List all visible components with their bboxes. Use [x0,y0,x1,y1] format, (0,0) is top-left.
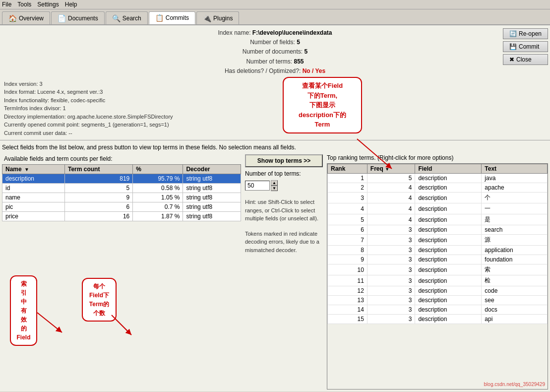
terms-table-row[interactable]: 13 3 description see [328,296,548,305]
menu-settings[interactable]: Settings [37,1,59,8]
panels: Available fields and term counts per fie… [0,152,550,392]
term-freq: 3 [367,286,415,296]
term-field: description [415,235,482,246]
terms-col-field[interactable]: Field [415,164,482,174]
col-term-count[interactable]: Term count [64,165,132,174]
tab-plugins-label: Plugins [213,15,233,22]
tab-documents[interactable]: 📄 Documents [51,11,105,24]
spinner-input[interactable] [245,181,270,191]
term-field: description [415,193,482,203]
col-name[interactable]: Name ▼ [2,165,65,174]
term-field: description [415,225,482,235]
field-term-count: 16 [64,212,132,221]
terms-table-row[interactable]: 2 4 description apache [328,183,548,193]
term-text: docs [482,305,548,315]
menu-help[interactable]: Help [65,1,77,8]
term-field: description [415,305,482,315]
svg-line-2 [112,315,131,335]
terms-table-row[interactable]: 8 3 description application [328,246,548,255]
terms-table-row[interactable]: 4 4 description 一 [328,203,548,214]
term-freq: 3 [367,315,415,324]
close-button[interactable]: ✖ Close [503,54,548,65]
field-name: name [2,193,65,202]
fields-table-row[interactable]: name 9 1.05 % string utf8 [2,193,241,202]
terms-table-row[interactable]: 15 3 description api [328,315,548,324]
terms-table-row[interactable]: 14 3 description docs [328,305,548,315]
field-term-count: 6 [64,202,132,212]
watermark: blog.csdn.net/qq_35029429 [484,382,545,387]
term-field: description [415,203,482,214]
term-rank: 3 [328,193,367,203]
left-panel: Available fields and term counts per fie… [0,152,243,392]
term-rank: 11 [328,275,367,286]
field-decoder: string utf8 [183,184,241,193]
field-decoder: string utf8 [183,174,241,184]
field-percent: 0.58 % [133,184,183,193]
commit-user-row: Current commit user data: -- [4,129,546,137]
term-freq: 3 [367,296,415,305]
show-top-terms-button[interactable]: Show top terms >> [245,154,323,167]
term-rank: 12 [328,286,367,296]
terms-table-row[interactable]: 3 4 description 个 [328,193,548,203]
term-rank: 1 [328,174,367,183]
terms-table-row[interactable]: 5 4 description 是 [328,214,548,225]
fields-table-row[interactable]: pic 6 0.7 % string utf8 [2,202,241,212]
spinner-up[interactable]: ▲ [271,180,278,186]
terminfos-row: TermInfos index divisor: 1 [4,104,546,113]
fields-table-row[interactable]: description 819 95.79 % string utf8 [2,174,241,184]
deletions-row: Has deletions? / Optimized?: No / Yes [0,66,550,76]
term-text: 索 [482,264,548,275]
fields-table-row[interactable]: price 16 1.87 % string utf8 [2,212,241,221]
terms-table-container[interactable]: Rank Freq ▼ Field Text 1 5 description j… [327,163,548,390]
term-rank: 6 [328,225,367,235]
field-percent: 95.79 % [133,174,183,184]
term-text: 是 [482,214,548,225]
field-term-count: 9 [64,193,132,202]
terms-table-row[interactable]: 6 3 description search [328,225,548,235]
terms-table-row[interactable]: 9 3 description foundation [328,255,548,264]
annotation-arrow-3 [107,310,141,340]
field-term-count: 819 [64,174,132,184]
term-field: description [415,275,482,286]
term-text: 一 [482,203,548,214]
terms-table-row[interactable]: 1 5 description java [328,174,548,183]
menu-tools[interactable]: Tools [17,1,31,8]
details-section: Index version: 3 Index format: Lucene 4.… [0,79,550,138]
terms-table-row[interactable]: 10 3 description 索 [328,264,548,275]
term-freq: 3 [367,255,415,264]
term-rank: 14 [328,305,367,315]
tab-documents-label: Documents [68,15,98,22]
reopen-button[interactable]: 🔄 Re-open [503,28,548,39]
spinner-down[interactable]: ▼ [271,186,278,191]
middle-panel: Show top terms >> Number of top terms: ▲… [243,152,325,392]
term-rank: 15 [328,315,367,324]
fields-panel-title: Available fields and term counts per fie… [2,154,241,164]
terms-table: Rank Freq ▼ Field Text 1 5 description j… [327,164,548,324]
index-func-row: Index functionality: flexible, codec-spe… [4,96,546,105]
terms-table-row[interactable]: 12 3 description code [328,286,548,296]
terms-table-row[interactable]: 11 3 description 检 [328,275,548,286]
info-section: 🔄 Re-open 💾 Commit ✖ Close Index name: F… [0,25,550,79]
commit-button[interactable]: 💾 Commit [503,41,548,52]
tab-plugins[interactable]: 🔌 Plugins [196,11,239,24]
reopen-icon: 🔄 [509,30,517,37]
terms-table-row[interactable]: 7 3 description 源 [328,235,548,246]
tab-overview[interactable]: 🏠 Overview [2,11,50,24]
fields-table-row[interactable]: id 5 0.58 % string utf8 [2,184,241,193]
terms-col-text[interactable]: Text [482,164,548,174]
hint-text: Hint: use Shift-Click to select ranges, … [245,198,323,223]
tab-commits[interactable]: 📋 Commits [149,11,195,24]
tab-search[interactable]: 🔍 Search [106,11,148,24]
term-freq: 3 [367,264,415,275]
term-field: description [415,246,482,255]
col-decoder[interactable]: Decoder [183,165,241,174]
term-freq: 4 [367,193,415,203]
field-name: pic [2,202,65,212]
main-content: 🔄 Re-open 💾 Commit ✖ Close Index name: F… [0,25,550,392]
menu-file[interactable]: File [2,1,11,8]
term-rank: 8 [328,246,367,255]
col-percent[interactable]: % [133,165,183,174]
term-text: foundation [482,255,548,264]
term-freq: 3 [367,305,415,315]
term-field: description [415,264,482,275]
